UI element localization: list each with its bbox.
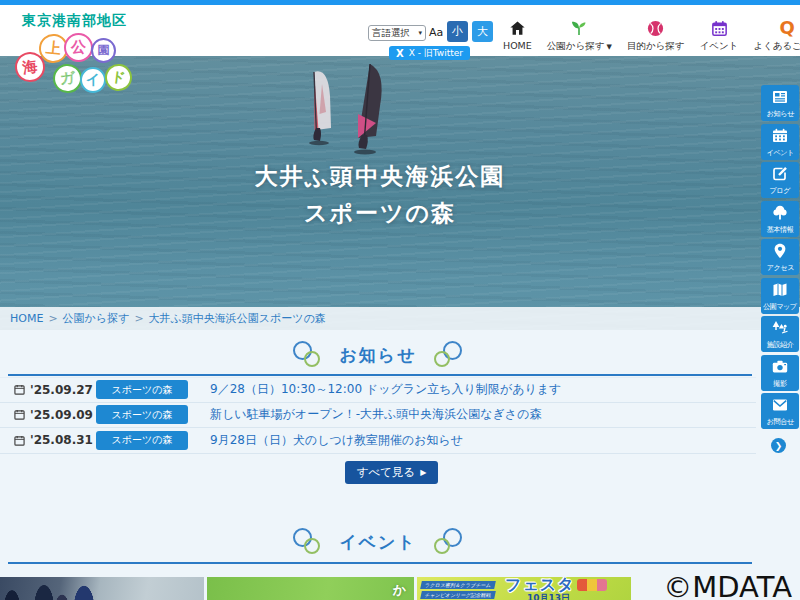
sidebar-item-label: 撮影: [773, 379, 786, 389]
news-link[interactable]: 新しい駐車場がオープン！-大井ふ頭中央海浜公園なぎさの森: [210, 406, 541, 423]
sidebar-item-label: 基本情報: [767, 225, 794, 235]
nav-label: 目的から探す: [627, 40, 685, 53]
rings-decoration-icon: [431, 527, 463, 557]
site-logo[interactable]: 東京港南部地区 海 上 公 園 ガ イ ド: [0, 5, 160, 100]
watermark: ©MDATA: [663, 570, 792, 600]
sidebar-item-label: お知らせ: [766, 109, 793, 119]
sidebar-item-label: イベント: [766, 148, 793, 158]
sidebar-item-label: 施設紹介: [767, 340, 794, 350]
sidebar-item-label: お問合せ: [767, 417, 794, 427]
sidebar-item-facilities[interactable]: 施設紹介: [761, 316, 799, 352]
floating-sidebar: お知らせ イベント ブログ 基本情報 アクセス 公園マップ 施設紹介: [761, 85, 799, 429]
language-select[interactable]: 言語選択 ▾: [368, 25, 426, 41]
font-size-small-button[interactable]: 小: [447, 21, 468, 42]
rings-decoration-icon: [293, 527, 325, 557]
logo-char: ガ: [52, 63, 84, 95]
sidebar-item-blog[interactable]: ブログ: [761, 162, 799, 198]
main-nav: HOME 公園から探す ▼: [503, 17, 800, 53]
tree-icon: [771, 204, 789, 222]
events-heading-text: イベント: [339, 531, 417, 554]
facility-icon: [771, 319, 789, 337]
news-date: '25.09.27: [30, 383, 96, 397]
sidebar-item-photography[interactable]: 撮影: [761, 355, 799, 391]
news-date: '25.09.09: [30, 408, 96, 422]
event-thumbnail[interactable]: か: [207, 577, 414, 600]
arrow-right-icon: ▶: [420, 468, 426, 477]
twitter-button-label: X - 旧Twitter: [409, 47, 463, 60]
nav-label: 公園から探す ▼: [547, 40, 612, 53]
blog-pencil-icon: [771, 165, 789, 183]
logo-char: ド: [103, 62, 133, 92]
sidebar-item-access[interactable]: アクセス: [761, 239, 799, 275]
sidebar-expand-button[interactable]: ❯: [771, 438, 786, 453]
nav-label: よくあるご質問: [753, 40, 800, 53]
ball-icon: [646, 17, 665, 38]
view-all-label: すべて見る: [357, 465, 416, 480]
events-section-heading: イベント: [0, 525, 756, 559]
font-size-sample: Aa: [429, 26, 443, 39]
event-thumbnail-poster[interactable]: ラクロス審判＆クラブチーム チャンピオンリーグ記念観戦 フェスタ 10月13日: [417, 577, 631, 600]
news-category-badge: スポーツの森: [96, 380, 188, 399]
thumbnail-overlay-text: か: [393, 581, 406, 599]
page-title: 大井ふ頭中央海浜公園 スポーツの森: [0, 158, 760, 232]
sidebar-item-label: ブログ: [770, 186, 790, 196]
nav-search-by-park[interactable]: 公園から探す ▼: [547, 17, 612, 53]
sidebar-item-label: アクセス: [766, 263, 793, 273]
breadcrumb-level1-link[interactable]: 公園から探す: [63, 312, 130, 325]
news-link[interactable]: 9月28日（日）犬のしつけ教室開催のお知らせ: [210, 432, 463, 449]
home-icon: [508, 17, 527, 38]
language-select-label: 言語選択: [372, 27, 410, 40]
sidebar-item-park-map[interactable]: 公園マップ: [761, 278, 799, 314]
breadcrumb-current: 大井ふ頭中央海浜公園スポーツの森: [149, 312, 326, 325]
sidebar-item-contact[interactable]: お問合せ: [761, 393, 799, 429]
rings-decoration-icon: [431, 340, 463, 370]
section-divider: [8, 562, 752, 564]
sidebar-item-basic-info[interactable]: 基本情報: [761, 201, 799, 237]
sidebar-item-events[interactable]: イベント: [761, 124, 799, 160]
map-icon: [771, 281, 789, 299]
nav-faq[interactable]: Q よくあるご質問: [753, 17, 800, 53]
poster-date: 10月13日: [527, 592, 570, 600]
poster-mascot-image: [577, 579, 607, 591]
nav-label: イベント: [700, 40, 739, 53]
news-row: '25.09.09 スポーツの森 新しい駐車場がオープン！-大井ふ頭中央海浜公園…: [0, 403, 756, 429]
chevron-right-icon: ❯: [775, 441, 783, 451]
windsurfers-photo: [292, 62, 410, 172]
news-icon: [771, 88, 789, 106]
date-calendar-icon: [14, 435, 25, 446]
poster-ribbon: ラクロス審判＆クラブチーム: [420, 581, 496, 589]
news-link[interactable]: 9／28（日）10:30～12:00 ドッグラン立ち入り制限があります: [210, 381, 561, 398]
section-divider: [8, 374, 752, 376]
logo-char: 園: [91, 38, 116, 63]
calendar-icon: [710, 17, 729, 38]
nav-home[interactable]: HOME: [503, 17, 532, 51]
question-icon: Q: [780, 17, 795, 38]
font-size-large-button[interactable]: 大: [472, 21, 493, 42]
date-calendar-icon: [14, 409, 25, 420]
sidebar-item-news[interactable]: お知らせ: [761, 85, 799, 121]
breadcrumb-home-link[interactable]: HOME: [10, 312, 43, 325]
twitter-button[interactable]: X X - 旧Twitter: [389, 46, 470, 60]
nav-events[interactable]: イベント: [700, 17, 739, 53]
news-date: '25.08.31: [30, 433, 96, 447]
x-logo-icon: X: [396, 48, 404, 59]
nav-label: HOME: [503, 40, 532, 51]
chevron-down-icon: ▾: [418, 29, 422, 37]
news-section-heading: お知らせ: [0, 338, 756, 372]
breadcrumb-separator: >: [48, 312, 57, 325]
chevron-down-icon: ▼: [607, 43, 612, 51]
breadcrumb: HOME>公園から探す>大井ふ頭中央海浜公園スポーツの森: [0, 307, 800, 330]
logo-char: 公: [64, 33, 93, 62]
camera-icon: [771, 358, 789, 376]
date-calendar-icon: [14, 384, 25, 395]
site-area-label: 東京港南部地区: [22, 12, 127, 30]
nav-search-by-purpose[interactable]: 目的から探す: [627, 17, 685, 53]
rings-decoration-icon: [293, 340, 325, 370]
breadcrumb-separator: >: [134, 312, 143, 325]
news-row: '25.09.27 スポーツの森 9／28（日）10:30～12:00 ドッグラ…: [0, 377, 756, 403]
view-all-button[interactable]: すべて見る ▶: [345, 461, 438, 484]
poster-ribbon: チャンピオンリーグ記念観戦: [420, 591, 496, 599]
event-thumbnail[interactable]: [0, 577, 204, 600]
news-heading-text: お知らせ: [339, 344, 416, 367]
news-category-badge: スポーツの森: [96, 431, 188, 450]
